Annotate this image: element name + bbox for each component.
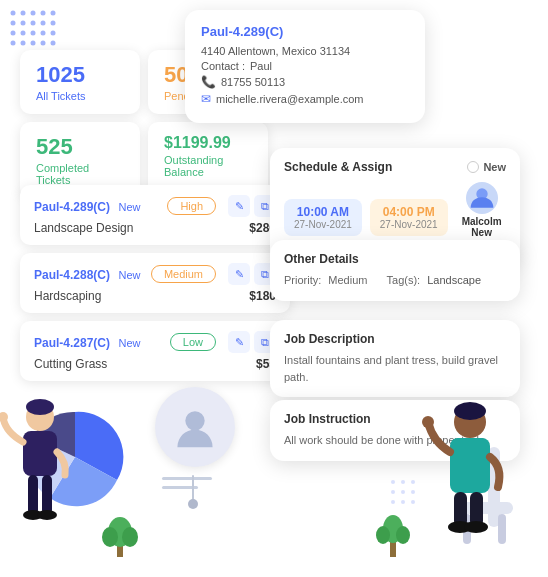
- svg-point-52: [411, 480, 415, 484]
- email-text: michelle.rivera@example.com: [216, 93, 364, 105]
- svg-point-0: [11, 11, 16, 16]
- ticket-priority: Low: [170, 333, 216, 351]
- ticket-name: Landscape Design: [34, 221, 133, 235]
- ticket-new-badge: New: [118, 337, 140, 349]
- ticket-row[interactable]: Paul-4.288(C) New Medium ✎ ⧉ Hardscaping…: [20, 253, 290, 313]
- contact-name: Paul: [250, 60, 272, 72]
- svg-point-19: [51, 41, 56, 46]
- start-time: 10:00 AM: [294, 205, 352, 219]
- end-date: 27-Nov-2021: [380, 219, 438, 230]
- end-time-box: 04:00 PM 27-Nov-2021: [370, 199, 448, 236]
- outstanding-amount: $1199.99: [164, 134, 252, 152]
- ticket-new-badge: New: [118, 269, 140, 281]
- svg-rect-26: [42, 475, 52, 515]
- priority-label: Priority:: [284, 274, 321, 286]
- phone-icon: 📞: [201, 75, 216, 89]
- tags-value: Landscape: [427, 272, 481, 289]
- new-label: New: [483, 161, 506, 173]
- svg-point-50: [391, 480, 395, 484]
- other-details-content: Priority: Medium Tag(s): Landscape: [284, 272, 506, 289]
- svg-point-9: [51, 21, 56, 26]
- detail-contact: Contact : Paul: [201, 60, 409, 72]
- svg-point-56: [391, 500, 395, 504]
- ticket-id: Paul-4.289(C): [34, 200, 110, 214]
- priority-value: Medium: [328, 274, 367, 286]
- ticket-row[interactable]: Paul-4.289(C) New High ✎ ⧉ Landscape Des…: [20, 185, 290, 245]
- ticket-row[interactable]: Paul-4.287(C) New Low ✎ ⧉ Cutting Grass …: [20, 321, 290, 381]
- svg-point-58: [411, 500, 415, 504]
- ticket-priority: Medium: [151, 265, 216, 283]
- tags-label: Tag(s):: [387, 274, 421, 286]
- ticket-name: Hardscaping: [34, 289, 101, 303]
- svg-point-17: [31, 41, 36, 46]
- person-left: [0, 397, 85, 547]
- outstanding-label: Outstanding Balance: [164, 154, 252, 178]
- svg-point-49: [396, 526, 410, 544]
- start-time-box: 10:00 AM 27-Nov-2021: [284, 199, 362, 236]
- completed-tickets-label: Completed Tickets: [36, 162, 124, 186]
- svg-point-54: [401, 490, 405, 494]
- decorative-dots-bottom: [388, 477, 428, 517]
- all-tickets-count: 1025: [36, 62, 124, 88]
- svg-point-18: [41, 41, 46, 46]
- job-description-card: Job Description Install fountains and pl…: [270, 320, 520, 397]
- svg-rect-33: [498, 514, 506, 544]
- profile-line-1: [162, 477, 212, 480]
- svg-point-13: [41, 31, 46, 36]
- job-description-title: Job Description: [284, 332, 506, 346]
- detail-popup: Paul-4.289(C) 4140 Allentown, Mexico 311…: [185, 10, 425, 123]
- job-description-text: Install fountains and plant tress, build…: [284, 352, 506, 385]
- profile-lines: [162, 477, 212, 489]
- email-icon: ✉: [201, 92, 211, 106]
- svg-point-41: [422, 416, 434, 428]
- edit-icon[interactable]: ✎: [228, 331, 250, 353]
- contact-label: Contact :: [201, 60, 245, 72]
- all-tickets-label: All Tickets: [36, 90, 124, 102]
- detail-email: ✉ michelle.rivera@example.com: [201, 92, 409, 106]
- svg-point-48: [376, 526, 390, 544]
- svg-point-5: [11, 21, 16, 26]
- svg-point-51: [401, 480, 405, 484]
- detail-phone: 📞 81755 50113: [201, 75, 409, 89]
- svg-rect-25: [28, 475, 38, 515]
- assignee-avatar: [466, 182, 498, 214]
- detail-address: 4140 Allentown, Mexico 31134: [201, 45, 409, 57]
- svg-point-12: [31, 31, 36, 36]
- ticket-id: Paul-4.287(C): [34, 336, 110, 350]
- svg-point-57: [401, 500, 405, 504]
- svg-point-45: [122, 527, 138, 547]
- svg-point-8: [41, 21, 46, 26]
- edit-icon[interactable]: ✎: [228, 195, 250, 217]
- new-radio[interactable]: [467, 161, 479, 173]
- stat-all-tickets[interactable]: 1025 All Tickets: [20, 50, 140, 114]
- plant-left: [100, 507, 140, 557]
- ticket-list: Paul-4.289(C) New High ✎ ⧉ Landscape Des…: [20, 185, 290, 381]
- svg-point-6: [21, 21, 26, 26]
- person-right: [418, 387, 548, 557]
- svg-rect-24: [23, 431, 57, 476]
- svg-point-55: [411, 490, 415, 494]
- address-text: 4140 Allentown, Mexico 31134: [201, 45, 350, 57]
- svg-point-40: [464, 521, 488, 533]
- svg-point-21: [185, 411, 204, 430]
- schedule-title: Schedule & Assign New: [284, 160, 506, 174]
- edit-icon[interactable]: ✎: [228, 263, 250, 285]
- svg-point-7: [31, 21, 36, 26]
- ticket-priority: High: [167, 197, 216, 215]
- svg-point-15: [11, 41, 16, 46]
- svg-point-11: [21, 31, 26, 36]
- svg-point-1: [21, 11, 26, 16]
- phone-text: 81755 50113: [221, 76, 285, 88]
- svg-rect-36: [450, 438, 490, 493]
- svg-point-44: [102, 527, 118, 547]
- svg-point-35: [454, 402, 486, 420]
- svg-point-14: [51, 31, 56, 36]
- detail-ticket-id: Paul-4.289(C): [201, 24, 409, 39]
- profile-image: [155, 387, 235, 467]
- svg-point-23: [26, 399, 54, 415]
- ticket-name: Cutting Grass: [34, 357, 107, 371]
- completed-tickets-count: 525: [36, 134, 124, 160]
- svg-point-3: [41, 11, 46, 16]
- start-date: 27-Nov-2021: [294, 219, 352, 230]
- other-details-title: Other Details: [284, 252, 506, 266]
